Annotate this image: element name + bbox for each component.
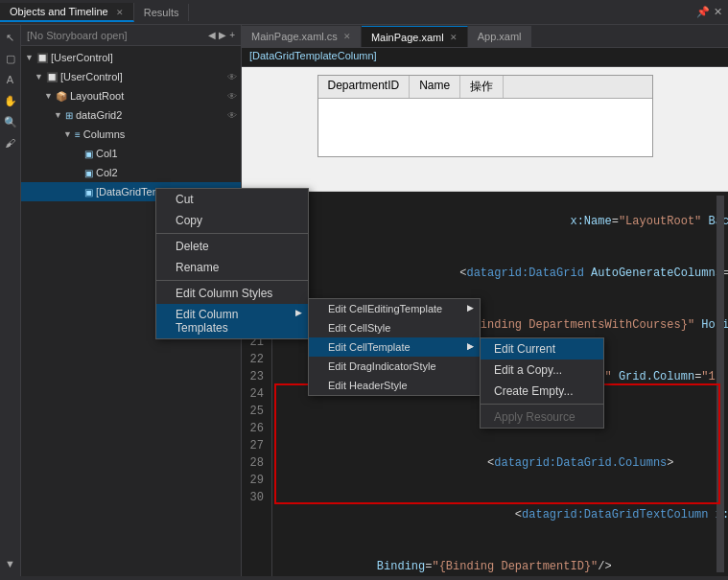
storyboard-play-icon[interactable]: ▶ — [219, 30, 226, 40]
storyboard-add-icon[interactable]: + — [229, 30, 235, 40]
tree-label: Columns — [83, 128, 125, 140]
code-line: <datagrid:DataGrid.Columns> — [280, 437, 720, 489]
context-menu: Cut Copy Delete Rename Edit Column Style… — [155, 188, 309, 339]
menu-separator — [156, 280, 308, 281]
storyboard-prev-icon[interactable]: ◀ — [208, 30, 216, 40]
tree-item[interactable]: ▣ Col2 — [21, 163, 241, 182]
submenu-edit-celltemplate[interactable]: Edit CellTemplate ▶ Edit Current Edit a … — [309, 337, 480, 357]
tree-icon: 🔲 — [46, 72, 58, 82]
tree-label: Col1 — [96, 148, 118, 159]
datagrid-header-row: DepartmentID Name 操作 — [318, 76, 652, 99]
edit-celltemplate-submenu: Edit Current Edit a Copy... Create Empty… — [480, 337, 604, 429]
objects-timeline-tab[interactable]: Objects and Timeline ✕ — [0, 3, 134, 22]
datagrid-col-name: Name — [410, 76, 460, 98]
file-tab-app-xaml[interactable]: App.xaml — [468, 26, 532, 47]
datagrid-body — [318, 99, 652, 156]
code-scrollbar[interactable] — [716, 196, 724, 572]
breadcrumb-text: [DataGridTemplateColumn] — [249, 50, 377, 61]
storyboard-bar: [No Storyboard open] ◀ ▶ + — [21, 25, 241, 46]
submenu-edit-cellstyle[interactable]: Edit CellStyle — [309, 318, 480, 337]
submenu-edit-headerstyle[interactable]: Edit HeaderStyle — [309, 376, 480, 395]
submenu-arrow: ▶ — [467, 303, 474, 313]
cursor-icon[interactable]: ↖ — [2, 29, 19, 46]
tree-label: [UserControl] — [51, 52, 113, 63]
designer-area: DepartmentID Name 操作 — [242, 67, 728, 192]
panel-attach-icon[interactable]: 📌 — [696, 6, 710, 18]
tree-label: dataGrid2 — [76, 109, 122, 121]
apply-resource-item: Apply Resource — [481, 406, 603, 428]
submenu-arrow: ▶ — [467, 341, 474, 351]
tree-icon: ▣ — [84, 149, 93, 159]
submenu: Edit CellEditingTemplate ▶ Edit CellStyl… — [308, 298, 481, 396]
file-tabs: MainPage.xaml.cs ✕ MainPage.xaml ✕ App.x… — [242, 25, 728, 48]
sidebar-icons-panel: ↖ ▢ A ✋ 🔍 🖌 ▼ — [0, 25, 21, 576]
submenu-edit-dragindicator[interactable]: Edit DragIndicatorStyle — [309, 357, 480, 376]
tree-label: [UserControl] — [60, 71, 123, 82]
tree-label: Col2 — [96, 167, 118, 178]
results-tab[interactable]: Results — [134, 4, 190, 21]
tree-icon: ⊞ — [65, 110, 73, 121]
breadcrumb: [DataGridTemplateColumn] — [242, 48, 728, 67]
submenu-edit-celleditingtemplate[interactable]: Edit CellEditingTemplate ▶ — [309, 299, 480, 318]
create-empty-item[interactable]: Create Empty... — [481, 381, 603, 402]
tree-arrow: ▼ — [25, 53, 36, 62]
panel-close-icon[interactable]: ✕ — [714, 6, 722, 18]
pan-icon[interactable]: ✋ — [2, 92, 19, 109]
file-tab-close[interactable]: ✕ — [450, 33, 458, 42]
text-icon[interactable]: A — [2, 71, 19, 88]
paint-icon[interactable]: 🖌 — [2, 134, 19, 151]
visibility-icon[interactable]: 👁 — [227, 91, 237, 102]
results-label: Results — [144, 7, 179, 18]
tree-icon: ≡ — [75, 129, 81, 140]
file-tab-label: MainPage.xaml.cs — [251, 31, 338, 42]
tree-item[interactable]: ▼ ⊞ dataGrid2 👁 — [21, 105, 241, 125]
file-tab-label: App.xaml — [478, 31, 522, 42]
datagrid-col-action: 操作 — [460, 76, 504, 98]
tree-icon: 📦 — [56, 91, 67, 102]
objects-timeline-label: Objects and Timeline — [10, 6, 108, 17]
select-icon[interactable]: ▢ — [2, 50, 19, 67]
tree-item[interactable]: ▼ 🔲 [UserControl] — [21, 48, 241, 67]
context-menu-cut[interactable]: Cut — [156, 189, 308, 210]
file-tab-mainpage-xaml[interactable]: MainPage.xaml ✕ — [362, 26, 468, 47]
tree-label: LayoutRoot — [70, 90, 124, 102]
file-tab-label: MainPage.xaml — [371, 32, 444, 43]
objects-panel: [No Storyboard open] ◀ ▶ + ▼ 🔲 [UserCont… — [21, 25, 242, 576]
tree-item[interactable]: ▣ Col1 — [21, 144, 241, 163]
tree-item[interactable]: ▼ ≡ Columns — [21, 125, 241, 144]
code-line: <datagrid:DataGrid AutoGenerateColumns="… — [280, 247, 720, 299]
edit-a-copy-item[interactable]: Edit a Copy... — [481, 360, 603, 381]
file-tab-close[interactable]: ✕ — [343, 32, 351, 41]
tree-arrow: ▼ — [63, 129, 75, 139]
submenu-separator — [481, 404, 603, 405]
tree-arrow: ▼ — [44, 91, 56, 101]
context-menu-rename[interactable]: Rename — [156, 257, 308, 278]
arrow-down-icon[interactable]: ▼ — [2, 555, 19, 572]
tree-icon: ▣ — [84, 187, 93, 197]
datagrid-col-departmentid: DepartmentID — [318, 76, 411, 98]
menu-separator — [156, 233, 308, 234]
tree-item[interactable]: ▼ 📦 LayoutRoot 👁 — [21, 86, 241, 105]
code-line: x:Name="LayoutRoot" Background="White"> — [280, 196, 720, 247]
edit-current-item[interactable]: Edit Current — [481, 338, 603, 360]
context-menu-edit-column-styles[interactable]: Edit Column Styles — [156, 283, 308, 304]
tree-arrow: ▼ — [54, 110, 65, 120]
tree-arrow: ▼ — [35, 72, 46, 81]
datagrid-preview: DepartmentID Name 操作 — [317, 75, 653, 157]
visibility-icon[interactable]: 👁 — [227, 72, 237, 82]
tree-item[interactable]: ▼ 🔲 [UserControl] 👁 — [21, 67, 241, 86]
code-line: <datagrid:DataGridTextColumn x:Name="Col… — [280, 489, 720, 541]
storyboard-placeholder: [No Storyboard open] — [27, 30, 128, 41]
code-line: Binding="{Binding DepartmentID}"/> — [280, 541, 720, 576]
visibility-icon[interactable]: 👁 — [227, 110, 237, 121]
context-menu-edit-column-templates[interactable]: Edit Column Templates Edit CellEditingTe… — [156, 304, 308, 338]
tree-icon: 🔲 — [36, 53, 48, 63]
file-tab-mainpage-cs[interactable]: MainPage.xaml.cs ✕ — [242, 26, 362, 47]
zoom-icon[interactable]: 🔍 — [2, 113, 19, 130]
context-menu-copy[interactable]: Copy — [156, 210, 308, 231]
context-menu-delete[interactable]: Delete — [156, 236, 308, 257]
objects-timeline-close[interactable]: ✕ — [116, 8, 124, 17]
tree-icon: ▣ — [84, 168, 93, 178]
